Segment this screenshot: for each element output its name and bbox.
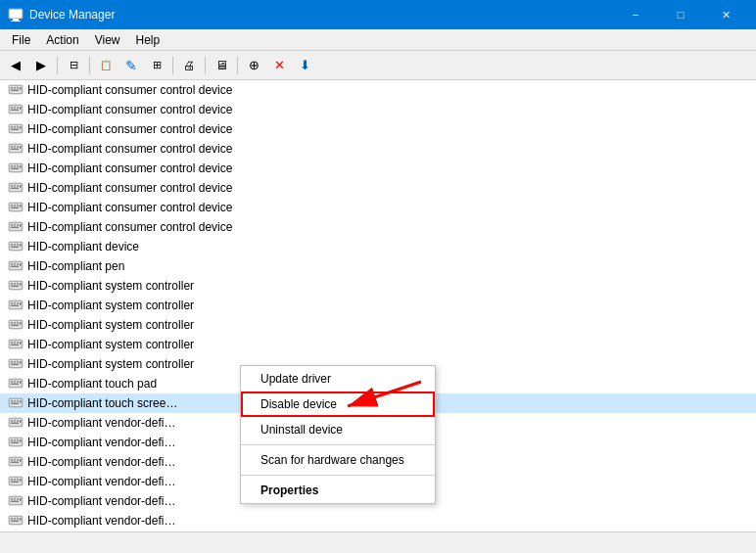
device-name-label: HID-compliant pen (27, 259, 124, 273)
ctx-update-driver[interactable]: Update driver (241, 366, 435, 392)
device-icon (8, 298, 24, 313)
device-icon (8, 337, 24, 352)
svg-rect-65 (20, 244, 22, 247)
device-name-label: HID-compliant vendor-defi… (27, 455, 175, 469)
svg-rect-154 (17, 498, 19, 500)
svg-rect-139 (14, 459, 16, 461)
svg-rect-105 (17, 361, 19, 363)
device-item[interactable]: HID-compliant consumer control device (0, 178, 756, 198)
device-icon (8, 161, 24, 176)
svg-rect-138 (11, 459, 13, 461)
svg-rect-160 (14, 518, 16, 520)
print-button[interactable]: 🖨 (177, 54, 201, 77)
menu-file[interactable]: File (4, 31, 38, 49)
svg-rect-156 (20, 498, 22, 501)
svg-rect-30 (20, 146, 22, 149)
device-item[interactable]: HID-compliant system controller (0, 315, 756, 335)
device-item[interactable]: HID-compliant consumer control device (0, 119, 756, 139)
device-name-label: HID-compliant consumer control device (27, 83, 232, 97)
device-item[interactable]: HID-compliant consumer control device (0, 139, 756, 159)
svg-rect-145 (11, 479, 13, 481)
ctx-uninstall-device[interactable]: Uninstall device (241, 417, 435, 442)
svg-rect-50 (11, 207, 19, 209)
device-icon (8, 435, 24, 450)
device-item[interactable]: HID-compliant consumer control device (0, 100, 756, 119)
ctx-properties[interactable]: Properties (241, 478, 435, 503)
back-button[interactable]: ◀ (4, 54, 27, 77)
device-item[interactable]: HID-compliant vendor-defined device (0, 530, 756, 531)
menu-help[interactable]: Help (128, 31, 168, 49)
svg-rect-113 (11, 384, 19, 386)
svg-rect-34 (14, 165, 16, 167)
minimize-button[interactable]: − (613, 0, 658, 29)
device-item[interactable]: HID-compliant pen (0, 256, 756, 276)
list-view-button[interactable]: ⊟ (62, 54, 85, 77)
monitor-button[interactable]: 🖥 (210, 54, 233, 77)
svg-rect-90 (14, 322, 16, 324)
device-item[interactable]: HID-compliant consumer control device (0, 217, 756, 237)
svg-rect-112 (17, 381, 19, 383)
device-item[interactable]: HID-compliant device (0, 237, 756, 256)
forward-button[interactable]: ▶ (29, 54, 53, 77)
svg-rect-26 (11, 146, 13, 148)
svg-rect-71 (11, 266, 19, 268)
device-item[interactable]: HID-compliant consumer control device (0, 198, 756, 217)
svg-rect-47 (11, 205, 13, 207)
device-item[interactable]: HID-compliant vendor-defi… (0, 511, 756, 530)
toolbar-separator-4 (205, 57, 206, 74)
svg-rect-134 (11, 442, 19, 444)
svg-rect-68 (11, 263, 13, 265)
svg-rect-128 (20, 420, 22, 423)
device-name-label: HID-compliant device (27, 240, 139, 253)
svg-rect-23 (20, 126, 22, 129)
svg-rect-43 (11, 188, 19, 190)
svg-rect-107 (20, 361, 22, 364)
grid-button[interactable]: ⊞ (145, 54, 168, 77)
svg-rect-135 (20, 439, 22, 442)
device-icon (8, 317, 24, 333)
ctx-separator-2 (241, 475, 435, 476)
menu-action[interactable]: Action (38, 31, 86, 49)
device-item[interactable]: HID-compliant system controller (0, 296, 756, 315)
svg-rect-36 (11, 168, 19, 170)
maximize-button[interactable]: □ (658, 0, 703, 29)
svg-rect-41 (14, 185, 16, 187)
svg-rect-111 (14, 381, 16, 383)
svg-rect-75 (11, 283, 13, 285)
device-item[interactable]: HID-compliant system controller (0, 276, 756, 296)
ctx-disable-device[interactable]: Disable device (241, 392, 435, 417)
svg-rect-19 (11, 126, 13, 128)
device-name-label: HID-compliant system controller (27, 279, 194, 293)
svg-rect-124 (11, 420, 13, 422)
svg-rect-84 (17, 302, 19, 304)
toolbar-separator-1 (57, 57, 58, 74)
device-icon (8, 454, 24, 470)
update-button[interactable]: ⬇ (293, 54, 316, 77)
edit-button[interactable]: ✎ (119, 54, 143, 77)
device-item[interactable]: HID-compliant consumer control device (0, 159, 756, 178)
remove-button[interactable]: ✕ (267, 54, 291, 77)
svg-rect-91 (17, 322, 19, 324)
svg-rect-83 (14, 302, 16, 304)
ctx-separator-1 (241, 444, 435, 445)
svg-rect-69 (14, 263, 16, 265)
svg-rect-20 (14, 126, 16, 128)
svg-rect-42 (17, 185, 19, 187)
close-button[interactable]: ✕ (703, 0, 748, 29)
add-driver-button[interactable]: ⊕ (242, 54, 265, 77)
ctx-scan-hardware[interactable]: Scan for hardware changes (241, 447, 435, 473)
svg-rect-163 (20, 518, 22, 521)
svg-rect-6 (14, 87, 16, 89)
properties-button[interactable]: 📋 (94, 54, 118, 77)
device-item[interactable]: HID-compliant system controller (0, 335, 756, 354)
svg-rect-5 (11, 87, 13, 89)
device-icon (8, 82, 24, 98)
menu-view[interactable]: View (87, 31, 128, 49)
device-name-label: HID-compliant consumer control device (27, 181, 232, 195)
svg-rect-104 (14, 361, 16, 363)
device-name-label: HID-compliant consumer control device (27, 122, 232, 136)
svg-rect-99 (11, 345, 19, 346)
device-item[interactable]: HID-compliant consumer control device (0, 80, 756, 100)
svg-rect-27 (14, 146, 16, 148)
svg-rect-13 (14, 107, 16, 109)
